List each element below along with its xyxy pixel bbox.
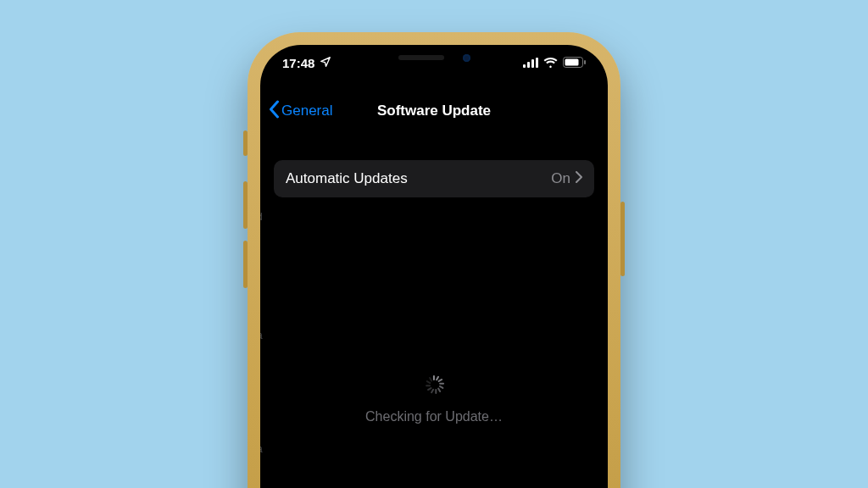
phone-frame: 17:48: [248, 32, 620, 488]
stage: 17:48: [0, 0, 868, 488]
page-title: Software Update: [377, 103, 491, 119]
wifi-icon: [543, 56, 558, 70]
edge-artifact: a: [260, 330, 263, 341]
clock-text: 17:48: [282, 56, 314, 70]
svg-rect-0: [523, 64, 526, 68]
chevron-right-icon: [576, 170, 582, 187]
mute-switch[interactable]: [243, 130, 248, 156]
status-bar: 17:48: [260, 53, 608, 72]
volume-down-button[interactable]: [243, 241, 248, 288]
content-area: Automatic Updates On: [260, 130, 608, 488]
screen: 17:48: [260, 45, 608, 488]
svg-rect-3: [536, 58, 538, 68]
status-text: Checking for Update…: [365, 409, 503, 424]
edge-artifact: a: [260, 443, 263, 455]
spinner-icon: [425, 375, 443, 394]
svg-rect-2: [531, 59, 534, 68]
battery-icon: [563, 56, 586, 70]
svg-rect-1: [527, 62, 530, 68]
cellular-signal-icon: [523, 56, 538, 70]
volume-up-button[interactable]: [243, 181, 248, 229]
settings-group: Automatic Updates On: [274, 160, 594, 197]
automatic-updates-cell[interactable]: Automatic Updates On: [274, 160, 594, 197]
nav-bar: General Software Update: [260, 92, 608, 130]
back-button[interactable]: General: [269, 92, 332, 130]
location-arrow-icon: [320, 56, 331, 70]
svg-rect-5: [565, 58, 579, 65]
chevron-left-icon: [269, 100, 280, 123]
back-label: General: [281, 103, 332, 119]
power-button[interactable]: [620, 202, 625, 276]
loading-indicator: Checking for Update…: [260, 375, 608, 424]
cell-value: On: [551, 170, 570, 187]
svg-rect-6: [584, 60, 586, 64]
edge-artifact: d: [260, 211, 263, 223]
cell-label: Automatic Updates: [286, 170, 408, 187]
